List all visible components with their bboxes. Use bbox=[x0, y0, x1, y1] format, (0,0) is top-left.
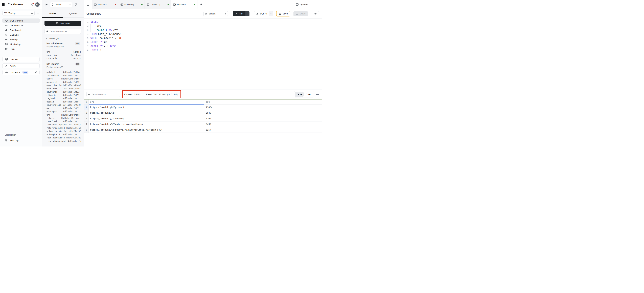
query-tab[interactable]: Untitled q... bbox=[92, 0, 118, 9]
table-row[interactable]: 3https://produkty/kurortmag5764 bbox=[84, 116, 322, 121]
cnt-cell[interactable]: 5764 bbox=[204, 116, 322, 121]
cnt-cell[interactable]: 11464 bbox=[204, 105, 322, 110]
column-row[interactable]: eventtimeNullable(DateTime6 bbox=[44, 84, 81, 87]
query-tab[interactable]: Untitled q... bbox=[145, 0, 171, 9]
run-button[interactable]: Run bbox=[233, 11, 250, 16]
code-line[interactable]: 7ORDER BY cnt DESC bbox=[86, 44, 322, 48]
avatar[interactable]: DT bbox=[35, 2, 40, 7]
results-search-input[interactable] bbox=[91, 93, 118, 96]
code-line[interactable]: 4FROM hits_clickhouse bbox=[86, 32, 322, 36]
results-search[interactable] bbox=[86, 92, 120, 97]
cnt-cell[interactable]: 5357 bbox=[204, 127, 322, 133]
column-row[interactable]: useridNullable(Int64) bbox=[44, 100, 81, 104]
code-line[interactable]: 1SELECT bbox=[86, 20, 322, 24]
table-row[interactable]: hits_clickhouse MT bbox=[44, 42, 81, 45]
column-row[interactable]: watchidNullable(Int64) bbox=[44, 71, 81, 74]
column-row[interactable]: eventtimeDateTime bbox=[44, 54, 81, 57]
table-row[interactable]: hits_iceberg IS3 bbox=[44, 63, 81, 66]
refresh-icon[interactable] bbox=[74, 3, 77, 6]
column-row[interactable]: urlString bbox=[44, 50, 81, 54]
clickstack-button[interactable]: ClickStack Beta bbox=[2, 70, 40, 75]
ask-ai-button[interactable]: Ask AI bbox=[2, 63, 40, 68]
notifications-button[interactable] bbox=[31, 3, 34, 6]
column-row[interactable]: counteridUInt32 bbox=[44, 57, 81, 60]
query-history-button[interactable] bbox=[312, 11, 319, 16]
new-table-button[interactable]: New table bbox=[44, 21, 81, 26]
code-line[interactable]: 8LIMIT 5 bbox=[86, 48, 322, 52]
column-row[interactable]: counteridNullable(Int32) bbox=[44, 90, 81, 94]
column-row[interactable]: isrefreshNullable(Int32) bbox=[44, 120, 81, 123]
sidebar-item-help[interactable]: Help bbox=[2, 47, 40, 51]
url-column-header[interactable]: url bbox=[89, 99, 204, 104]
query-tab[interactable]: Untitled q... bbox=[118, 0, 145, 9]
save-button[interactable]: Save bbox=[276, 11, 290, 17]
cnt-cell[interactable]: 5495 bbox=[204, 121, 322, 127]
run-options-button[interactable] bbox=[246, 11, 250, 16]
home-button[interactable] bbox=[84, 0, 92, 9]
code-line[interactable]: 6GROUP BY url bbox=[86, 40, 322, 44]
collapse-sidebar-icon[interactable] bbox=[45, 3, 48, 6]
code-line[interactable]: 2 url, bbox=[86, 24, 322, 28]
view-chart-button[interactable]: Chart bbox=[304, 92, 313, 97]
column-row[interactable]: eventdateNullable(Date) bbox=[44, 87, 81, 90]
table-row[interactable]: 1https://produkty%2Fproduct11464 bbox=[84, 105, 322, 110]
column-row[interactable]: refererNullable(String) bbox=[44, 117, 81, 120]
code-line[interactable]: 5WHERE counterid = 38 bbox=[86, 36, 322, 40]
url-cell[interactable]: https://produkty%2Fpulove.ru/album/login bbox=[89, 121, 204, 127]
sidebar-item-settings[interactable]: Settings bbox=[2, 37, 40, 42]
table-row[interactable]: 5https://produkty%2Fpulove.ru/kiroverlan… bbox=[84, 127, 322, 133]
column-row[interactable]: urlregionidNullable(Int32) bbox=[44, 133, 81, 136]
table-row[interactable]: 2https://produkty%2F6649 bbox=[84, 110, 322, 116]
column-row[interactable]: urlcategoryidNullable(Int32 bbox=[44, 130, 81, 133]
sidebar-item-data-sources[interactable]: Data sources bbox=[2, 23, 40, 28]
url-cell[interactable]: https://produkty/kurortmag bbox=[89, 116, 204, 121]
url-cell[interactable]: https://produkty%2F bbox=[89, 110, 204, 116]
column-row[interactable]: referercategoryidNullable(I bbox=[44, 123, 81, 127]
column-row[interactable]: titleNullable(String) bbox=[44, 77, 81, 81]
column-row[interactable]: regionidNullable(Int32) bbox=[44, 97, 81, 100]
share-button[interactable]: Share bbox=[294, 11, 308, 16]
cnt-column-header[interactable]: cnt bbox=[204, 99, 322, 104]
new-tab-button[interactable] bbox=[198, 0, 205, 9]
editor-database-selector[interactable]: default bbox=[204, 11, 228, 16]
column-row[interactable]: javaenableNullable(Int32) bbox=[44, 74, 81, 77]
code-line[interactable]: 3 count() AS cnt bbox=[86, 28, 322, 32]
tab-queries[interactable]: Queries bbox=[63, 9, 84, 18]
tables-section-header[interactable]: Tables (5) bbox=[44, 37, 81, 40]
column-row[interactable]: urlNullable(String) bbox=[44, 113, 81, 117]
save-icon bbox=[279, 13, 281, 15]
workspace-selector[interactable]: aws Testing bbox=[2, 11, 34, 16]
url-cell[interactable]: https://produkty%2Fproduct bbox=[89, 105, 204, 110]
resource-search[interactable] bbox=[44, 29, 81, 34]
add-service-button[interactable] bbox=[36, 12, 40, 15]
column-row[interactable]: resolutionheightNullable(In bbox=[44, 139, 81, 143]
column-row[interactable]: osNullable(Int32) bbox=[44, 107, 81, 110]
column-row[interactable]: goodeventNullable(Int32) bbox=[44, 81, 81, 84]
query-tab[interactable]: Untitled q... bbox=[171, 0, 198, 9]
column-row[interactable]: refererregionidNullable(Int bbox=[44, 126, 81, 130]
tab-tables[interactable]: Tables bbox=[42, 9, 63, 18]
connect-button[interactable]: Connect bbox=[2, 57, 40, 62]
column-row[interactable]: clientipNullable(Int32) bbox=[44, 94, 81, 97]
sql-editor[interactable]: 1SELECT2 url,3 count() AS cnt4FROM hits_… bbox=[84, 19, 322, 90]
query-title[interactable]: Untitled query bbox=[86, 13, 101, 15]
sidebar-item-dashboards[interactable]: Dashboards bbox=[2, 28, 40, 32]
url-cell[interactable]: https://produkty%2Fpulove.ru/kiroverlane… bbox=[89, 127, 204, 133]
column-row[interactable]: counterclassNullable(Int32) bbox=[44, 104, 81, 107]
sql-ai-button[interactable]: SQL AI bbox=[254, 11, 273, 16]
table-row[interactable]: 4https://produkty%2Fpulove.ru/album/logi… bbox=[84, 121, 322, 127]
index-column-header[interactable]: # bbox=[84, 99, 89, 104]
cnt-cell[interactable]: 6649 bbox=[204, 110, 322, 116]
database-selector[interactable]: default bbox=[50, 2, 72, 7]
column-row[interactable]: useragentNullable(Int32) bbox=[44, 110, 81, 113]
more-options-button[interactable]: ••• bbox=[316, 93, 319, 96]
sidebar-item-backups[interactable]: Backups bbox=[2, 33, 40, 37]
organization-row[interactable]: Test Org bbox=[2, 138, 40, 143]
column-row[interactable]: resolutionwidthNullable(Int bbox=[44, 136, 81, 140]
view-table-button[interactable]: Table bbox=[295, 92, 304, 97]
sidebar-item-sql-console[interactable]: SQL Console bbox=[2, 19, 40, 23]
sidebar-item-monitoring[interactable]: Monitoring bbox=[2, 42, 40, 46]
sql-ai-options-button[interactable] bbox=[269, 11, 273, 16]
resource-search-input[interactable] bbox=[50, 30, 80, 33]
queries-button[interactable]: Queries bbox=[296, 0, 308, 9]
